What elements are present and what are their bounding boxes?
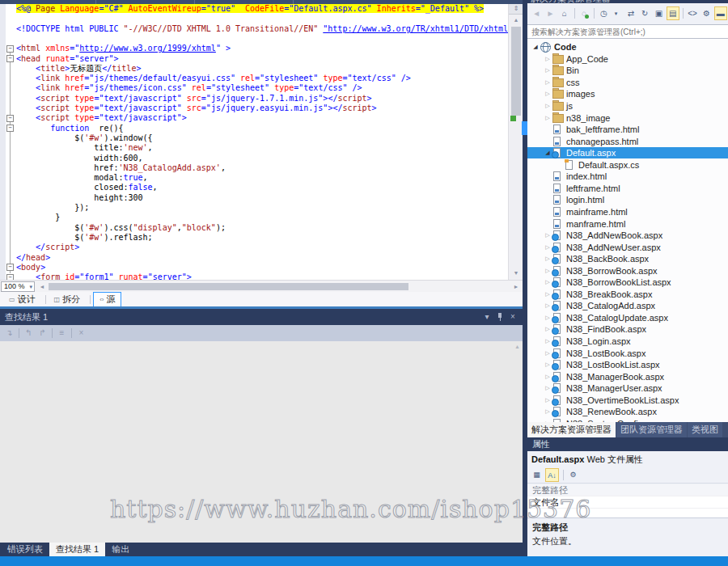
find-results-title-bar[interactable]: 查找结果 1 ▾ × bbox=[0, 309, 523, 325]
tree-item[interactable]: ▷Bin bbox=[527, 65, 728, 77]
expander-icon[interactable]: ▷ bbox=[543, 56, 552, 62]
code-line[interactable]: title:'new', bbox=[16, 143, 153, 153]
property-row[interactable]: 完整路径 bbox=[527, 484, 728, 496]
tab[interactable]: 查找结果 1 bbox=[49, 543, 105, 556]
tree-item[interactable]: ▷N38_BorrowBook.aspx bbox=[527, 264, 728, 277]
code-line[interactable]: $('#w').window({ bbox=[16, 133, 153, 143]
close-icon[interactable]: × bbox=[506, 310, 519, 323]
code-line[interactable]: href:'N38_CatalogAdd.aspx', bbox=[16, 163, 226, 173]
refresh-icon[interactable]: ↻ bbox=[638, 6, 651, 20]
tree-item[interactable]: ▷N38_BackBook.aspx bbox=[527, 253, 728, 265]
code-line[interactable]: <body> bbox=[16, 263, 45, 272]
property-row[interactable]: 文件名 bbox=[527, 496, 728, 509]
horizontal-scroll-thumb[interactable] bbox=[49, 283, 408, 290]
tree-item[interactable]: ▷N38_LostBookList.aspx bbox=[527, 359, 728, 371]
code-line[interactable]: </script> bbox=[16, 243, 79, 252]
solution-tree[interactable]: ◢Code▷App_Code▷Bin▷css▷images▷js▷n38_ima… bbox=[527, 39, 728, 422]
tree-item[interactable]: ▷N38_AddNewUser.aspx bbox=[527, 241, 728, 253]
code-line[interactable]: } bbox=[16, 213, 60, 222]
fold-collapse-icon[interactable]: − bbox=[6, 115, 14, 122]
tree-item[interactable]: ▷n38_image bbox=[527, 112, 728, 124]
code-text-area[interactable]: <%@ Page Language="C#" AutoEventWireup="… bbox=[16, 4, 508, 280]
fold-collapse-icon[interactable]: − bbox=[6, 125, 14, 132]
properties-object-selector[interactable]: Default.aspx Web 文件属性 bbox=[527, 451, 728, 467]
tree-item[interactable]: ▷N38_Login.aspx bbox=[527, 336, 728, 348]
code-line[interactable]: <link href="js/themes/default/easyui.css… bbox=[16, 74, 411, 83]
tab[interactable]: ◫拆分 bbox=[49, 293, 87, 306]
code-line[interactable]: <html xmlns="http://www.w3.org/1999/xhtm… bbox=[16, 44, 231, 53]
horizontal-scrollbar[interactable]: 100 %▾ ◄ ► bbox=[0, 280, 523, 292]
splitter-grip-icon[interactable]: ⇕ bbox=[509, 4, 523, 15]
vertical-scroll-thumb[interactable] bbox=[511, 27, 521, 116]
expander-icon[interactable]: ▷ bbox=[543, 115, 552, 121]
tree-item[interactable]: ▷css bbox=[527, 77, 728, 89]
code-line[interactable]: width:600, bbox=[16, 154, 143, 163]
properties-title-bar[interactable]: 属性 bbox=[527, 437, 728, 451]
code-line[interactable]: height:300 bbox=[16, 193, 143, 203]
code-line[interactable]: $('#w').css("display","block"); bbox=[16, 223, 226, 233]
fold-collapse-icon[interactable]: − bbox=[6, 264, 14, 271]
pin-icon[interactable] bbox=[493, 310, 506, 323]
tree-item[interactable]: index.html bbox=[527, 171, 728, 183]
expander-icon[interactable]: ▷ bbox=[543, 91, 552, 97]
preview-selected-items-icon[interactable]: ▬ bbox=[714, 6, 727, 20]
window-dropdown-icon[interactable]: ▾ bbox=[480, 310, 493, 323]
home-icon[interactable]: ⌂ bbox=[558, 6, 571, 20]
scroll-up-icon[interactable]: ▲ bbox=[509, 15, 523, 25]
expander-icon[interactable]: ▷ bbox=[543, 67, 552, 74]
tab[interactable]: 类视图 bbox=[688, 422, 722, 437]
collapse-all-icon[interactable]: ▣ bbox=[652, 6, 665, 20]
tree-item[interactable]: ▷N38_ManagerUser.aspx bbox=[527, 382, 728, 395]
scroll-left-icon[interactable]: ◄ bbox=[37, 281, 47, 292]
tab[interactable]: 输出 bbox=[105, 543, 136, 556]
properties-grid[interactable]: 完整路径 文件名 bbox=[527, 484, 728, 517]
tree-item[interactable]: Default.aspx.cs bbox=[527, 159, 728, 171]
fold-collapse-icon[interactable]: − bbox=[6, 45, 14, 53]
code-line[interactable]: modal:true, bbox=[16, 173, 148, 183]
tree-item[interactable]: manframe.html bbox=[527, 218, 728, 230]
tree-item[interactable]: login.html bbox=[527, 194, 728, 206]
tree-item[interactable]: ▷App_Code bbox=[527, 53, 728, 65]
code-line[interactable]: <head runat="server"> bbox=[16, 54, 118, 64]
expander-icon[interactable]: ▷ bbox=[543, 79, 552, 86]
tree-item[interactable]: ▷images bbox=[527, 88, 728, 100]
tree-item[interactable]: ▷N38_CatalogAdd.aspx bbox=[527, 300, 728, 312]
tree-item[interactable]: ▷N38_AddNewBook.aspx bbox=[527, 230, 728, 242]
code-line[interactable]: function re(){ bbox=[16, 124, 123, 133]
tree-item[interactable]: ▷N38_BorrowBookList.aspx bbox=[527, 277, 728, 289]
find-results-content[interactable]: ▲ bbox=[0, 341, 523, 543]
fold-collapse-icon[interactable]: − bbox=[6, 55, 14, 62]
code-line[interactable]: <title>无标题页</title> bbox=[16, 64, 141, 74]
tab[interactable]: 解决方案资源管理器 bbox=[527, 422, 616, 437]
code-line[interactable]: <form id="form1" runat="server"> bbox=[16, 272, 192, 280]
vertical-scrollbar[interactable]: ⇕ ▲ ▼ bbox=[508, 4, 523, 280]
code-line[interactable]: <link href="js/themes/icon.css" rel="sty… bbox=[16, 83, 362, 93]
tree-item[interactable]: ▷js bbox=[527, 100, 728, 112]
search-input[interactable] bbox=[527, 24, 728, 39]
tree-item[interactable]: mainframe.html bbox=[527, 206, 728, 218]
code-line[interactable]: </head> bbox=[16, 253, 50, 263]
tree-item[interactable]: bak_leftframe.html bbox=[527, 124, 728, 136]
tree-item[interactable]: leftframe.html bbox=[527, 183, 728, 195]
code-editor[interactable]: −−−−−− <%@ Page Language="C#" AutoEventW… bbox=[0, 4, 523, 280]
tab[interactable]: 团队资源管理器 bbox=[616, 422, 687, 437]
tree-item[interactable]: ▷N38_LostBook.aspx bbox=[527, 347, 728, 359]
code-line[interactable]: <script type="text/javascript" src="js/j… bbox=[16, 103, 377, 113]
scroll-down-icon[interactable]: ▼ bbox=[509, 268, 523, 278]
expander-icon[interactable]: ▷ bbox=[543, 103, 552, 109]
code-line[interactable]: <script type="text/javascript"> bbox=[16, 113, 187, 123]
tree-item[interactable]: ▷N38_OvertimeBookList.aspx bbox=[527, 395, 728, 407]
view-code-icon[interactable]: <> bbox=[686, 6, 699, 20]
code-line[interactable]: <script type="text/javascript" src="js/j… bbox=[16, 94, 372, 103]
fold-collapse-icon[interactable]: − bbox=[6, 274, 14, 280]
code-line[interactable]: $('#w').reflash; bbox=[16, 233, 153, 243]
tree-item[interactable]: ◢Code bbox=[527, 41, 728, 53]
expander-icon[interactable]: ◢ bbox=[531, 44, 540, 50]
code-line[interactable]: <%@ Page Language="C#" AutoEventWireup="… bbox=[16, 4, 484, 14]
splitter-drag-mark[interactable] bbox=[522, 121, 527, 135]
code-line[interactable]: <!DOCTYPE html PUBLIC "-//W3C//DTD XHTML… bbox=[16, 24, 508, 34]
tree-item[interactable]: ▷N38_BreakBook.aspx bbox=[527, 289, 728, 301]
tab[interactable]: 错误列表 bbox=[1, 543, 49, 556]
tree-item[interactable]: chanagepass.html bbox=[527, 135, 728, 147]
tree-item[interactable]: ▷N38_ManagerBook.aspx bbox=[527, 370, 728, 382]
